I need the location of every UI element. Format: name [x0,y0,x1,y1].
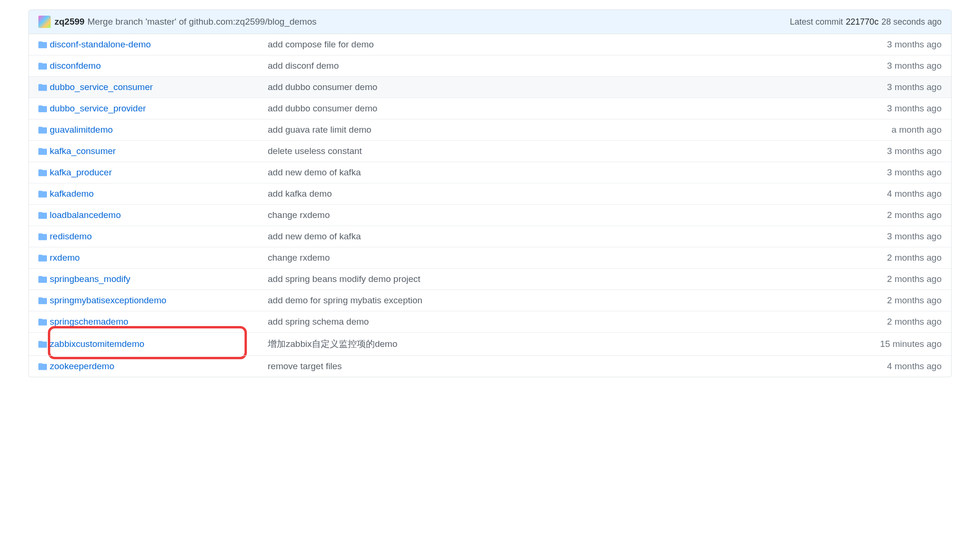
file-age: 2 months ago [887,274,942,284]
table-row: dubbo_service_provideradd dubbo consumer… [29,98,951,119]
folder-link[interactable]: dubbo_service_consumer [50,82,153,92]
folder-icon [38,126,50,134]
file-age: 3 months ago [887,231,942,242]
latest-commit-label: Latest commit [790,17,843,27]
table-row: kafkademoadd kafka demo4 months ago [29,183,951,204]
folder-icon [38,40,50,49]
folder-icon [38,62,50,70]
folder-link[interactable]: redisdemo [50,231,92,241]
file-age: 3 months ago [887,167,942,178]
avatar[interactable] [38,16,51,28]
commit-header: zq2599 Merge branch 'master' of github.c… [29,10,951,34]
folder-icon [38,254,50,262]
file-age: 3 months ago [887,61,942,71]
folder-link[interactable]: guavalimitdemo [50,125,113,135]
commit-message-link[interactable]: change rxdemo [268,210,887,220]
table-row: kafka_produceradd new demo of kafka3 mon… [29,162,951,183]
table-row: disconf-standalone-demoadd compose file … [29,34,951,55]
folder-icon [38,190,50,198]
table-row: springschemademoadd spring schema demo2 … [29,311,951,332]
file-age: 15 minutes ago [880,339,942,349]
folder-link[interactable]: disconfdemo [50,61,101,71]
folder-link[interactable]: loadbalancedemo [50,210,121,220]
file-age: 2 months ago [887,210,942,220]
file-age: 3 months ago [887,82,942,92]
table-row: rxdemochange rxdemo2 months ago [29,247,951,268]
commit-message-link[interactable]: add spring beans modify demo project [268,274,887,284]
folder-link[interactable]: zookeeperdemo [50,361,114,371]
folder-icon [38,340,50,348]
commit-message-link[interactable]: add spring schema demo [268,317,887,327]
folder-icon [38,104,50,113]
file-age: 3 months ago [887,146,942,156]
commit-message-link[interactable]: add new demo of kafka [268,231,887,242]
file-age: 2 months ago [887,253,942,263]
commit-message-link[interactable]: add disconf demo [268,61,887,71]
file-age: 4 months ago [887,361,942,372]
file-age: 2 months ago [887,317,942,327]
folder-icon [38,318,50,326]
folder-link[interactable]: kafka_producer [50,167,112,177]
table-row: kafka_consumerdelete useless constant3 m… [29,140,951,162]
commit-meta: Latest commit 221770c 28 seconds ago [790,17,942,27]
table-row: dubbo_service_consumeradd dubbo consumer… [29,76,951,98]
table-row: springbeans_modifyadd spring beans modif… [29,268,951,290]
folder-link[interactable]: zabbixcustomitemdemo [50,339,145,349]
commit-message[interactable]: Merge branch 'master' of github.com:zq25… [87,17,317,27]
folder-icon [38,168,50,177]
commit-message-link[interactable]: add guava rate limit demo [268,125,891,135]
table-row: springmybatisexceptiondemoadd demo for s… [29,290,951,311]
folder-link[interactable]: springbeans_modify [50,274,130,284]
commit-message-link[interactable]: change rxdemo [268,253,887,263]
folder-link[interactable]: kafkademo [50,189,94,199]
file-age: 2 months ago [887,295,942,306]
commit-message-link[interactable]: add new demo of kafka [268,167,887,178]
commit-message-link[interactable]: delete useless constant [268,146,887,156]
file-age: 3 months ago [887,39,942,50]
folder-icon [38,83,50,91]
folder-icon [38,296,50,305]
folder-icon [38,211,50,219]
file-list: zq2599 Merge branch 'master' of github.c… [28,9,952,377]
commit-message-link[interactable]: add dubbo consumer demo [268,82,887,92]
table-row: loadbalancedemochange rxdemo2 months ago [29,204,951,226]
folder-link[interactable]: springmybatisexceptiondemo [50,295,166,305]
table-row: guavalimitdemoadd guava rate limit demoa… [29,119,951,140]
commit-sha-link[interactable]: 221770c [846,17,879,27]
folder-icon [38,362,50,371]
folder-icon [38,275,50,283]
folder-link[interactable]: disconf-standalone-demo [50,39,151,49]
commit-message-link[interactable]: 增加zabbix自定义监控项的demo [268,338,880,350]
folder-link[interactable]: dubbo_service_provider [50,103,146,113]
folder-icon [38,232,50,241]
folder-link[interactable]: kafka_consumer [50,146,116,156]
commit-message-link[interactable]: remove target files [268,361,887,372]
folder-icon [38,147,50,155]
table-row: disconfdemoadd disconf demo3 months ago [29,55,951,76]
folder-link[interactable]: springschemademo [50,317,128,327]
table-row: zabbixcustomitemdemo增加zabbix自定义监控项的demo1… [29,332,951,355]
commit-message-link[interactable]: add compose file for demo [268,39,887,50]
file-age: 4 months ago [887,189,942,199]
file-age: a month ago [891,125,942,135]
folder-link[interactable]: rxdemo [50,253,80,263]
table-row: redisdemoadd new demo of kafka3 months a… [29,226,951,247]
commit-message-link[interactable]: add demo for spring mybatis exception [268,295,887,306]
commit-age: 28 seconds ago [881,17,942,27]
commit-author-link[interactable]: zq2599 [54,17,84,27]
commit-message-link[interactable]: add dubbo consumer demo [268,103,887,114]
table-row: zookeeperdemoremove target files4 months… [29,355,951,377]
commit-message-link[interactable]: add kafka demo [268,189,887,199]
file-age: 3 months ago [887,103,942,114]
